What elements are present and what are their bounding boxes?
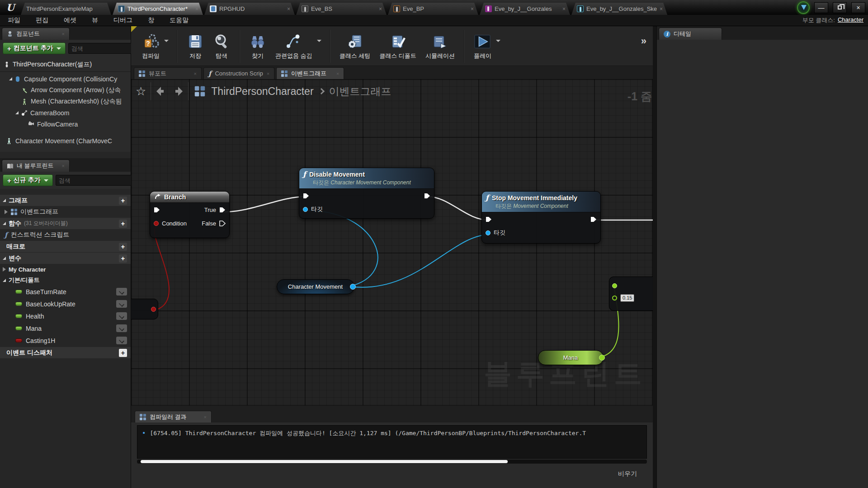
disable-movement-header[interactable]: ƒ Disable Movement 타깃은 Character Movemen… — [299, 168, 434, 189]
category-my-character[interactable]: My Character — [0, 264, 131, 275]
bool-out-pin[interactable] — [151, 307, 156, 312]
my-blueprint-tab[interactable]: 내 블루프린트 × — [2, 160, 70, 172]
compile-button[interactable]: ? 컴파일 — [137, 31, 164, 62]
close-icon[interactable]: × — [267, 71, 269, 76]
stop-movement-node[interactable]: ƒ Stop Movement Immediately 타깃은 Movement… — [481, 191, 601, 244]
expander-closed-icon[interactable] — [5, 210, 8, 214]
true-exec-pin[interactable] — [219, 207, 226, 213]
close-icon[interactable]: × — [287, 6, 290, 12]
expander-open-icon[interactable] — [3, 279, 6, 282]
close-icon[interactable]: × — [471, 6, 474, 12]
menu-view[interactable]: 뷰 — [84, 16, 106, 24]
event-graph-canvas[interactable]: ☆ ThirdPersonCharacter 이벤트그래프 -1 줌 블루프린트 — [131, 79, 653, 405]
expander-closed-icon[interactable] — [3, 267, 6, 272]
my-blueprint-search-input[interactable] — [59, 177, 138, 184]
asset-tab-eve-by-j-gonzales[interactable]: Eve_by_J__Gonzales × — [480, 3, 570, 15]
variable-mana[interactable]: Mana — [0, 322, 131, 334]
asset-tab-rpghud[interactable]: RPGHUD × — [204, 3, 295, 15]
asset-tab-eve-by-j-gonzales-ske[interactable]: Eve_by_J__Gonzales_Ske × — [571, 3, 667, 15]
close-icon[interactable]: × — [660, 6, 663, 12]
close-icon[interactable]: × — [336, 71, 339, 76]
close-icon[interactable]: × — [204, 414, 207, 420]
false-exec-pin[interactable] — [219, 221, 226, 226]
eye-closed-toggle[interactable] — [116, 312, 127, 320]
exec-in-pin[interactable] — [486, 216, 492, 222]
construction-script-tab[interactable]: ƒ Construction Scrip × — [203, 67, 274, 79]
close-button[interactable]: × — [851, 2, 865, 13]
simulation-button[interactable]: 시뮬레이션 — [421, 31, 459, 62]
target-pin[interactable] — [486, 230, 491, 235]
menu-debug[interactable]: 디버그 — [106, 16, 140, 24]
minimize-button[interactable]: — — [814, 2, 828, 13]
branch-node[interactable]: Branch True Condition False — [150, 191, 230, 238]
add-function-button[interactable]: + — [119, 220, 127, 228]
object-out-pin[interactable] — [350, 284, 356, 290]
float-in-pin-unconnected[interactable] — [612, 296, 617, 300]
menu-help[interactable]: 도움말 — [162, 16, 196, 24]
add-component-button[interactable]: + 컴포넌트 추가 — [3, 42, 66, 54]
close-icon[interactable]: × — [562, 6, 566, 12]
event-graph-item[interactable]: 이벤트그래프 — [0, 206, 131, 217]
close-icon[interactable]: × — [195, 6, 198, 12]
menu-file[interactable]: 파일 — [0, 16, 28, 24]
bookmark-star-icon[interactable]: ☆ — [136, 84, 146, 99]
add-macro-button[interactable]: + — [119, 243, 127, 251]
variable-baselookuprate[interactable]: BaseLookUpRate — [0, 298, 131, 310]
asset-tab-eve-bp[interactable]: Eve_BP × — [388, 3, 478, 15]
horizontal-scrollbar[interactable] — [137, 460, 647, 464]
play-button[interactable]: 플레이 — [469, 31, 496, 62]
menu-window[interactable]: 창 — [140, 16, 162, 24]
tree-item-followcamera[interactable]: FollowCamera — [0, 118, 131, 130]
event-graph-tab[interactable]: 이벤트그래프 × — [276, 67, 344, 79]
play-options-caret[interactable] — [496, 40, 500, 42]
asset-tab-eve-bs[interactable]: Eve_BS × — [296, 3, 387, 15]
close-icon[interactable]: × — [194, 71, 197, 76]
tree-item-cameraboom[interactable]: CameraBoom — [0, 107, 131, 118]
toolbar-overflow-chevrons[interactable]: » — [641, 35, 653, 58]
disable-movement-node[interactable]: ƒ Disable Movement 타깃은 Character Movemen… — [299, 168, 434, 219]
eye-closed-toggle[interactable] — [116, 337, 127, 344]
add-event-dispatcher-button[interactable]: + — [119, 349, 127, 357]
class-defaults-button[interactable]: 클래스 디폴트 — [375, 31, 421, 62]
float-in-pin[interactable] — [612, 283, 617, 288]
variable-casting1h[interactable]: Casting1H — [0, 334, 131, 347]
tree-item-self[interactable]: ThirdPersonCharacter(셀프) — [0, 59, 131, 70]
tree-item-arrow[interactable]: Arrow Component (Arrow) (상속 — [0, 84, 131, 96]
category-defaults[interactable]: 기본/디폴트 — [0, 275, 131, 286]
save-button[interactable]: 저장 — [182, 31, 208, 62]
variables-section-header[interactable]: 변수 + — [0, 252, 131, 264]
menu-asset[interactable]: 에셋 — [56, 16, 84, 24]
branch-node-header[interactable]: Branch — [150, 192, 229, 203]
tree-item-charactermovement[interactable]: Character Movement (CharMoveC — [0, 135, 131, 146]
class-settings-button[interactable]: 클래스 세팅 — [335, 31, 375, 62]
launcher-icon[interactable] — [797, 1, 810, 14]
exec-in-pin[interactable] — [303, 193, 309, 199]
tree-item-capsule[interactable]: Capsule Component (CollisionCy — [0, 73, 131, 84]
partial-node-left[interactable] — [131, 299, 158, 319]
menu-edit[interactable]: 편집 — [28, 16, 56, 24]
add-graph-button[interactable]: + — [119, 197, 127, 205]
float-value-input[interactable]: 0.15 — [620, 294, 634, 302]
graphs-section-header[interactable]: 그래프 + — [0, 194, 131, 206]
exec-out-pin[interactable] — [590, 216, 597, 222]
clear-log-button[interactable]: 비우기 — [618, 470, 637, 478]
close-icon[interactable]: × — [379, 6, 382, 12]
event-dispatchers-section-header[interactable]: 이벤트 디스패처 + — [0, 347, 131, 358]
close-icon[interactable]: × — [62, 163, 65, 169]
close-icon[interactable]: × — [62, 31, 65, 37]
exec-out-pin[interactable] — [424, 193, 430, 199]
back-arrow-icon[interactable] — [156, 86, 167, 96]
hide-unrelated-button[interactable]: 관련없음 숨김 — [271, 31, 317, 62]
components-tab[interactable]: 컴포넌트 × — [2, 28, 70, 40]
condition-pin[interactable] — [154, 221, 159, 226]
target-pin[interactable] — [303, 207, 308, 212]
breadcrumb-root[interactable]: ThirdPersonCharacter — [211, 85, 313, 98]
eye-closed-toggle[interactable] — [116, 300, 127, 308]
compiler-results-tab[interactable]: 컴파일러 결과 × — [135, 411, 212, 422]
macros-section-header[interactable]: 매크로 + — [0, 240, 131, 252]
asset-tab-thirdpersoncharacter[interactable]: ThirdPersonCharacter* × — [113, 3, 203, 15]
float-out-pin[interactable] — [599, 355, 605, 361]
expander-open-icon[interactable] — [9, 77, 12, 80]
expander-open-icon[interactable] — [15, 111, 19, 114]
hide-unrelated-caret[interactable] — [317, 40, 321, 42]
